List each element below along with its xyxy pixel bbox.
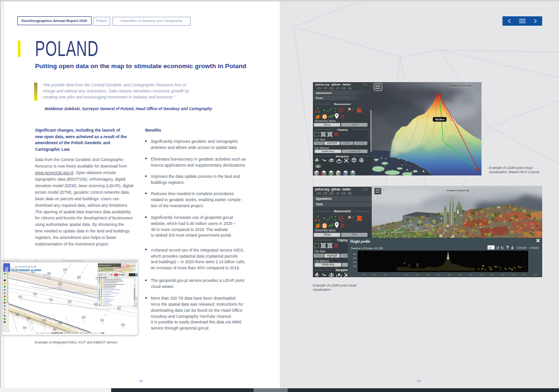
svg-text:176.66: 176.66 [94,304,98,306]
svg-text:50: 50 [405,273,407,276]
svg-text:Clipping: Clipping [337,128,348,131]
svg-text:+: + [383,188,385,191]
svg-text:Show: Show [324,123,331,126]
svg-text:Highlight: Highlight [327,141,338,144]
svg-text:500: 500 [502,273,505,276]
svg-text:Navigation: Navigation [336,269,349,272]
svg-text:10: 10 [488,246,491,249]
svg-text:260: 260 [353,257,357,259]
svg-text:450: 450 [491,273,495,276]
svg-text:Show/Hide labels: Show/Hide labels [315,229,336,232]
svg-text:Height profile: Height profile [350,240,370,244]
svg-text:240: 240 [353,261,357,263]
svg-text:Number of Points: 43,338: Number of Points: 43,338 [351,246,383,250]
svg-text:172.30: 172.30 [121,325,125,327]
svg-text:186.22: 186.22 [117,308,121,310]
svg-text:1.7.1: 1.7.1 [363,84,368,86]
svg-text:1.7.1: 1.7.1 [363,189,368,191]
svg-text:Measurement: Measurement [334,103,351,105]
svg-text:156.59: 156.59 [42,320,46,322]
svg-text:Tools: Tools [316,203,323,206]
svg-text:Geoportal.gov.pl: Geoportal.gov.pl [446,189,469,192]
svg-text:650: 650 [534,273,538,276]
svg-text:220: 220 [353,265,357,267]
svg-text:Inside All: Inside All [349,150,360,153]
svg-text:Rawa: Rawa [30,322,34,324]
svg-text:167.87: 167.87 [63,270,67,272]
svg-text:100: 100 [415,273,419,276]
svg-text:↺: ↺ [496,246,499,250]
svg-text:Map content: Map content [99,276,107,278]
svg-text:Show/Hide labels: Show/Hide labels [315,119,336,122]
svg-text:g: g [5,264,8,271]
svg-text:188.45: 188.45 [100,320,104,322]
svg-text:179.44: 179.44 [49,300,53,301]
svg-text:Highlight: Highlight [327,253,338,257]
svg-text:Navigation: Navigation [336,155,349,158]
svg-text:250: 250 [447,273,451,276]
svg-text:Map coordinate system: 1992 (E: Map coordinate system: 1992 (EPSG:2180) … [36,332,104,334]
svg-text:117.86: 117.86 [15,312,20,314]
svg-text:Clip Task: Clip Task [314,138,325,141]
svg-text:200: 200 [437,273,440,276]
svg-text:166.93: 166.93 [53,329,57,331]
svg-text:100: 100 [105,274,107,276]
svg-text:Appearance: Appearance [316,91,332,94]
svg-text:Widoki geoportal ▾: Widoki geoportal ▾ [99,264,112,266]
svg-text:178.15: 178.15 [18,297,22,299]
svg-text:Hide: Hide [352,233,357,236]
svg-text:-150: -150 [361,273,365,276]
svg-text:YouTube: YouTube [118,274,125,276]
svg-text:N: N [348,215,351,218]
svg-text:Show: Show [324,233,331,236]
svg-text:LAS(3D): LAS(3D) [529,246,539,249]
svg-text:300: 300 [458,273,462,276]
svg-text:-100: -100 [372,273,376,276]
svg-text:CSV(2D): CSV(2D) [517,246,527,249]
svg-text:Inside Any: Inside Any [322,263,335,266]
svg-text:550: 550 [512,273,516,276]
svg-text:geoportal.gov.pl: geoportal.gov.pl [15,264,36,268]
svg-text:Legend: Legend [114,276,119,278]
svg-text:167.26: 167.26 [31,272,35,273]
svg-text:150: 150 [426,273,430,276]
svg-text:188.70: 188.70 [47,273,51,275]
svg-text:167.53: 167.53 [82,317,85,319]
svg-text:Tools: Tools [316,97,323,99]
svg-text:-50: -50 [383,273,386,276]
svg-text:N: N [348,107,351,111]
svg-text:168.64: 168.64 [68,301,71,303]
svg-text:130.18: 130.18 [33,294,37,296]
svg-text:potree.org - github - twitter: potree.org - github - twitter [315,188,351,191]
svg-text:wisla: wisla [104,314,107,316]
svg-text:152.43: 152.43 [57,289,62,291]
svg-text:Geoportal.gov.pl: Geoportal.gov.pl [449,84,471,87]
svg-text:139.59: 139.59 [58,284,62,286]
svg-text:Clip Method: Clip Method [314,147,329,149]
svg-text:°∘: °∘ [49,327,51,329]
svg-text:280: 280 [353,253,357,255]
svg-text:705.69 m: 705.69 m [435,118,445,121]
svg-text:Clipping: Clipping [337,239,348,242]
svg-text:Outside: Outside [356,141,365,144]
svg-text:Lipka: Lipka [53,327,57,329]
svg-text:↻: ↻ [501,246,504,250]
svg-text:Inside Any: Inside Any [322,150,334,153]
svg-text:EN - FR - DE - JP - ES - SE: EN - FR - DE - JP - ES - SE [317,87,352,90]
svg-text:Hide: Hide [352,123,357,126]
svg-text:Appearance: Appearance [316,196,332,200]
svg-text:Clip Task: Clip Task [314,250,325,253]
svg-text:☆: ☆ [44,324,46,327]
svg-text:188.43: 188.43 [77,277,81,279]
svg-text:350: 350 [469,273,473,276]
svg-text:Measurement: Measurement [334,210,351,213]
svg-text:173.90: 173.90 [27,318,30,320]
svg-text:potree.org - github - twitter: potree.org - github - twitter [315,83,351,86]
svg-text:185.79: 185.79 [23,328,27,329]
svg-text:None: None [316,141,322,144]
svg-text:None: None [316,253,322,257]
svg-text:EN - FR - DE - JP - ES - SE: EN - FR - DE - JP - ES - SE [317,191,352,195]
svg-text:400: 400 [480,273,483,276]
svg-text:Inside: Inside [343,141,350,144]
svg-text:152.84: 152.84 [58,323,62,325]
